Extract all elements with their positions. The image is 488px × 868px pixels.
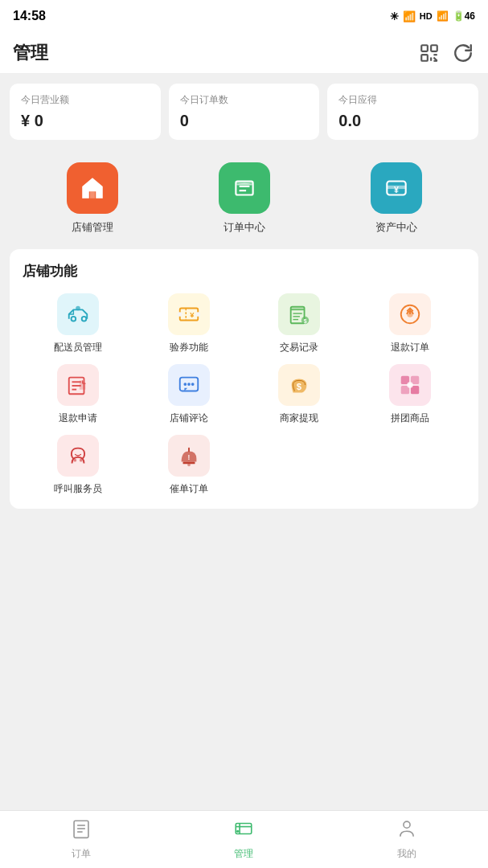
svg-point-19 xyxy=(76,306,80,311)
svg-point-64 xyxy=(237,830,240,833)
func-item-waiter[interactable]: 呼叫服务员 xyxy=(23,435,133,496)
svg-point-21 xyxy=(178,312,182,317)
func-label-coupon: 验券功能 xyxy=(170,341,208,354)
svg-point-42 xyxy=(183,383,187,386)
store-functions-section: 店铺功能 配送员管理 xyxy=(10,249,478,509)
manage-nav-icon xyxy=(233,818,254,844)
top-bar: 管理 xyxy=(0,32,488,74)
func-item-review[interactable]: 店铺评论 xyxy=(133,364,244,425)
asset-icon-bg: ¥ xyxy=(371,162,422,214)
wifi-icon: 📶 xyxy=(403,10,416,23)
mine-nav-icon xyxy=(396,818,417,844)
review-icon-bg xyxy=(168,364,210,406)
quick-icon-asset[interactable]: ¥ 资产中心 xyxy=(371,162,422,235)
func-item-urge[interactable]: ! 催单订单 xyxy=(133,435,244,496)
svg-rect-2 xyxy=(421,55,428,61)
page-title: 管理 xyxy=(13,41,48,65)
quick-icon-store[interactable]: 店铺管理 xyxy=(67,162,118,235)
quick-icon-label-order: 订单中心 xyxy=(223,220,265,235)
func-label-withdraw: 商家提现 xyxy=(280,411,318,425)
svg-point-17 xyxy=(71,317,76,321)
func-label-refund-apply: 退款申请 xyxy=(59,411,97,425)
order-icon-bg xyxy=(219,162,270,214)
store-icon-bg xyxy=(67,162,118,214)
stat-value-1: 0 xyxy=(180,112,309,130)
coupon-icon-bg: ¥ xyxy=(168,293,210,335)
delivery-icon-bg xyxy=(57,293,99,335)
stat-value-2: 0.0 xyxy=(338,112,467,130)
refund-order-icon-bg xyxy=(389,293,431,335)
bottom-nav: 订单 管理 我的 xyxy=(0,810,488,868)
status-bar: 14:58 ✳ 📶 HD 📶 🔋46 xyxy=(0,0,488,32)
svg-point-54 xyxy=(187,463,191,466)
svg-rect-20 xyxy=(179,309,198,321)
status-time: 14:58 xyxy=(13,9,46,23)
top-bar-icons xyxy=(417,41,475,65)
func-label-transaction: 交易记录 xyxy=(280,341,318,354)
bluetooth-icon: ✳ xyxy=(390,10,399,23)
func-item-refund-order[interactable]: 退款订单 xyxy=(355,293,465,354)
func-item-refund-apply[interactable]: 退款申请 xyxy=(23,364,133,425)
func-label-refund-order: 退款订单 xyxy=(391,341,429,354)
svg-rect-9 xyxy=(89,191,94,199)
svg-point-44 xyxy=(191,383,194,386)
func-label-urge: 催单订单 xyxy=(170,482,208,496)
nav-label-manage: 管理 xyxy=(234,847,253,861)
func-item-transaction[interactable]: $ 交易记录 xyxy=(244,293,355,354)
stat-card-2: 今日应得 0.0 xyxy=(327,84,478,140)
svg-point-18 xyxy=(82,317,87,321)
stat-label-2: 今日应得 xyxy=(338,93,467,107)
svg-point-51 xyxy=(73,459,76,462)
stat-value-0: ¥ 0 xyxy=(21,112,150,130)
signal-icon: 📶 xyxy=(437,10,449,22)
func-label-waiter: 呼叫服务员 xyxy=(54,482,102,496)
hd-label: HD xyxy=(420,11,433,21)
svg-rect-0 xyxy=(421,45,428,51)
nav-item-orders[interactable]: 订单 xyxy=(0,818,162,861)
stat-label-0: 今日营业额 xyxy=(21,93,150,107)
func-item-coupon[interactable]: ¥ 验券功能 xyxy=(133,293,244,354)
svg-text:$: $ xyxy=(297,382,302,391)
nav-label-mine: 我的 xyxy=(397,847,416,861)
stat-label-1: 今日订单数 xyxy=(180,93,309,107)
quick-icon-label-store: 店铺管理 xyxy=(72,220,113,235)
svg-text:!: ! xyxy=(187,453,190,461)
battery-icon: 🔋46 xyxy=(453,10,475,22)
stat-card-1: 今日订单数 0 xyxy=(169,84,320,140)
waiter-icon-bg xyxy=(57,435,99,477)
stats-row: 今日营业额 ¥ 0 今日订单数 0 今日应得 0.0 xyxy=(0,74,488,149)
svg-point-22 xyxy=(195,312,200,317)
func-item-group[interactable]: 拼团商品 xyxy=(355,364,465,425)
group-icon-bg xyxy=(389,364,431,406)
svg-rect-13 xyxy=(236,182,252,186)
func-label-delivery: 配送员管理 xyxy=(54,341,102,354)
svg-text:¥: ¥ xyxy=(190,311,195,319)
scan-icon[interactable] xyxy=(417,41,441,65)
section-title: 店铺功能 xyxy=(23,262,465,280)
orders-nav-icon xyxy=(71,818,92,844)
nav-item-manage[interactable]: 管理 xyxy=(162,818,325,861)
svg-point-52 xyxy=(80,459,83,462)
transaction-icon-bg: $ xyxy=(278,293,320,335)
func-label-review: 店铺评论 xyxy=(170,411,208,425)
quick-icon-label-asset: 资产中心 xyxy=(375,220,417,235)
svg-rect-1 xyxy=(431,45,437,51)
urge-icon-bg: ! xyxy=(168,435,210,477)
func-grid: 配送员管理 ¥ 验券功能 xyxy=(23,293,465,496)
func-item-withdraw[interactable]: $ 商家提现 xyxy=(244,364,355,425)
svg-point-50 xyxy=(407,382,413,388)
withdraw-icon-bg: $ xyxy=(278,364,320,406)
func-item-delivery[interactable]: 配送员管理 xyxy=(23,293,133,354)
svg-point-65 xyxy=(404,821,410,828)
nav-label-orders: 订单 xyxy=(72,847,91,861)
quick-icons-row: 店铺管理 订单中心 ¥ 资产中心 xyxy=(0,149,488,241)
svg-text:¥: ¥ xyxy=(394,185,399,194)
stat-card-0: 今日营业额 ¥ 0 xyxy=(10,84,161,140)
svg-rect-26 xyxy=(291,307,305,310)
func-label-group: 拼团商品 xyxy=(391,411,429,425)
nav-item-mine[interactable]: 我的 xyxy=(326,818,488,861)
refund-apply-icon-bg xyxy=(57,364,99,406)
quick-icon-order[interactable]: 订单中心 xyxy=(219,162,270,235)
svg-point-43 xyxy=(187,383,191,386)
refresh-icon[interactable] xyxy=(451,41,475,65)
